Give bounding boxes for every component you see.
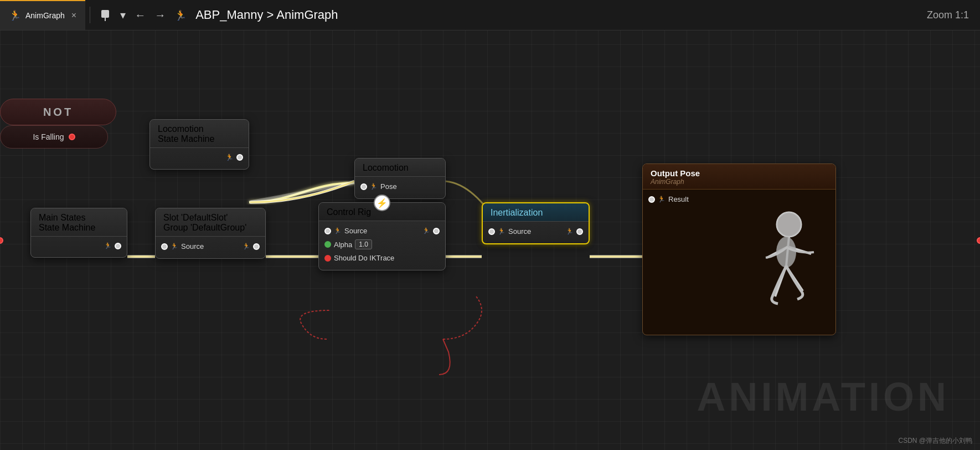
inertialization-body: 🏃 Source 🏃 <box>483 222 589 243</box>
is-falling-node[interactable]: Is Falling <box>0 125 108 149</box>
locomotion-right-pin: 🏃 Pose <box>360 180 440 193</box>
main-states-header: Main States State Machine <box>31 208 127 237</box>
tab-close-button[interactable]: × <box>71 11 76 21</box>
svg-point-11 <box>777 212 801 237</box>
inertialization-header: Inertialization <box>483 203 589 222</box>
inertialization-node[interactable]: Inertialization 🏃 Source 🏃 <box>482 202 590 244</box>
slot-source-pin: 🏃 Source 🏃 <box>161 240 260 253</box>
inertialization-source-pin: 🏃 Source 🏃 <box>488 225 583 238</box>
tab-icon: 🏃 <box>9 9 21 22</box>
svg-rect-0 <box>101 10 109 18</box>
slot-node[interactable]: Slot 'DefaultSlot' Group 'DefaultGroup' … <box>155 208 266 259</box>
forward-button[interactable]: → <box>150 7 170 24</box>
watermark: ANIMATION <box>697 374 950 420</box>
not-left-pin <box>0 237 3 244</box>
output-pose-subtitle: AnimGraph <box>651 178 828 186</box>
control-rig-node[interactable]: ⚡ Control Rig 🏃 Source 🏃 Alpha <box>318 202 446 270</box>
animgraph-tab[interactable]: 🏃 AnimGraph × <box>0 0 85 30</box>
pin-button[interactable] <box>95 7 116 23</box>
output-figure <box>687 186 835 335</box>
locomotion-right-node[interactable]: Locomotion 🏃 Pose <box>354 158 446 199</box>
back-button[interactable]: ← <box>130 7 150 24</box>
svg-text:🏃: 🏃 <box>174 9 187 21</box>
locomotion-top-output-pin: 🏃 <box>156 151 243 163</box>
slot-body: 🏃 Source 🏃 <box>156 237 265 258</box>
not-node[interactable]: NOT <box>0 99 116 125</box>
locomotion-top-subtitle: State Machine <box>158 134 241 144</box>
is-falling-label: Is Falling <box>33 132 64 141</box>
svg-line-3 <box>249 183 354 202</box>
output-pose-title: Output Pose <box>651 168 828 178</box>
toolbar-divider <box>90 7 90 23</box>
inertialization-title: Inertialization <box>491 208 581 218</box>
canvas[interactable]: Locomotion State Machine 🏃 Locomotion 🏃 <box>0 30 980 450</box>
alpha-value: 1.0 <box>355 239 372 249</box>
breadcrumb: ABP_Manny > AnimGraph <box>195 8 338 22</box>
slot-header: Slot 'DefaultSlot' Group 'DefaultGroup' <box>156 208 265 237</box>
toolbar: 🏃 AnimGraph × ▾ ← → 🏃 ABP_Manny > AnimGr… <box>0 0 980 30</box>
control-rig-alpha-pin: Alpha 1.0 <box>324 237 440 252</box>
locomotion-top-header: Locomotion State Machine <box>150 120 249 148</box>
not-label: NOT <box>43 106 73 119</box>
lightning-icon: ⚡ <box>374 195 390 211</box>
locomotion-right-title: Locomotion <box>363 163 437 173</box>
main-states-node[interactable]: Main States State Machine 🏃 <box>30 208 127 258</box>
main-states-title: Main States <box>39 213 119 223</box>
control-rig-source-pin: 🏃 Source 🏃 <box>324 224 440 237</box>
not-right-pin <box>977 237 980 244</box>
credit-text: CSDN @弹吉他的小刘鸭 <box>898 436 972 446</box>
locomotion-right-body: 🏃 Pose <box>355 177 445 198</box>
is-falling-pin <box>69 134 75 140</box>
locomotion-top-body: 🏃 <box>150 148 249 169</box>
slot-subtitle: Group 'DefaultGroup' <box>163 223 257 233</box>
locomotion-top-title: Locomotion <box>158 124 241 134</box>
locomotion-top-node[interactable]: Locomotion State Machine 🏃 <box>149 119 249 170</box>
main-states-output-pin: 🏃 <box>37 240 121 252</box>
run-icon: 🏃 <box>170 7 191 23</box>
dropdown-button[interactable]: ▾ <box>116 6 130 24</box>
mannequin-figure <box>695 194 828 327</box>
tab-label: AnimGraph <box>25 11 65 20</box>
output-pose-node[interactable]: Output Pose AnimGraph 🏃 Result <box>642 163 836 335</box>
main-states-body: 🏃 <box>31 237 127 257</box>
slot-title: Slot 'DefaultSlot' <box>163 213 257 223</box>
zoom-label: Zoom 1:1 <box>927 9 969 21</box>
locomotion-right-header: Locomotion <box>355 158 445 177</box>
main-states-subtitle: State Machine <box>39 223 119 233</box>
control-rig-body: 🏃 Source 🏃 Alpha 1.0 Should Do IK <box>319 221 445 270</box>
control-rig-ik-pin: Should Do IKTrace <box>324 252 440 264</box>
